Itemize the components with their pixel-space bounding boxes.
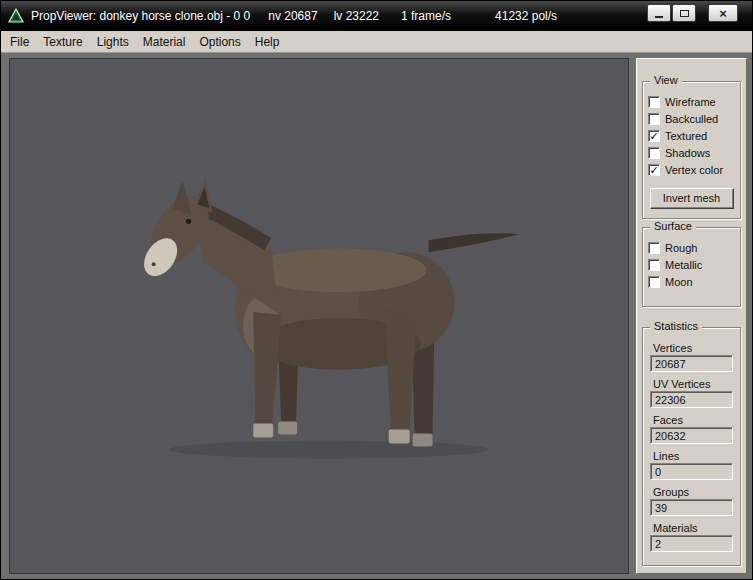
groups-label: Groups	[653, 486, 733, 498]
stat-uv-vertices: UV Vertices 22306	[650, 378, 733, 408]
window-title: PropViewer: donkey horse clone.obj - 0 0	[31, 9, 250, 23]
content-area: View Wireframe Backculled ✓ Textured Sha…	[1, 54, 752, 579]
statistics-group-title: Statistics	[650, 320, 702, 332]
menu-texture[interactable]: Texture	[36, 32, 89, 52]
stat-materials: Materials 2	[650, 522, 733, 552]
uv-vertices-label: UV Vertices	[653, 378, 733, 390]
checkbox-metallic[interactable]: Metallic	[648, 256, 735, 273]
title-stat-lv: lv 23222	[334, 9, 379, 23]
stat-vertices: Vertices 20687	[650, 342, 733, 372]
stat-groups: Groups 39	[650, 486, 733, 516]
stat-faces: Faces 20632	[650, 414, 733, 444]
shadows-label: Shadows	[665, 147, 710, 159]
vertex-color-label: Vertex color	[665, 164, 723, 176]
checkbox-wireframe[interactable]: Wireframe	[648, 93, 735, 110]
close-button[interactable]: ×	[708, 4, 738, 22]
close-icon: ×	[719, 6, 727, 21]
rough-label: Rough	[665, 242, 697, 254]
view-group: View Wireframe Backculled ✓ Textured Sha…	[642, 81, 741, 219]
materials-value: 2	[650, 535, 733, 552]
donkey-model	[10, 59, 628, 573]
lines-label: Lines	[653, 450, 733, 462]
lines-value: 0	[650, 463, 733, 480]
menu-options[interactable]: Options	[192, 32, 247, 52]
invert-mesh-button[interactable]: Invert mesh	[650, 188, 734, 209]
menu-file[interactable]: File	[3, 32, 36, 52]
maximize-icon	[680, 10, 689, 17]
textured-label: Textured	[665, 130, 707, 142]
backculled-label: Backculled	[665, 113, 718, 125]
checkbox-backculled[interactable]: Backculled	[648, 110, 735, 127]
side-panel: View Wireframe Backculled ✓ Textured Sha…	[636, 58, 747, 574]
uv-vertices-value: 22306	[650, 391, 733, 408]
surface-group-title: Surface	[650, 220, 696, 232]
menu-material[interactable]: Material	[136, 32, 193, 52]
shadows-checkbox-box[interactable]	[648, 147, 660, 159]
menu-help[interactable]: Help	[248, 32, 287, 52]
vertices-label: Vertices	[653, 342, 733, 354]
moon-label: Moon	[665, 276, 693, 288]
moon-checkbox-box[interactable]	[648, 276, 660, 288]
statistics-group: Statistics Vertices 20687 UV Vertices 22…	[642, 327, 741, 566]
textured-checkbox-box[interactable]: ✓	[648, 130, 660, 142]
view-group-title: View	[650, 74, 682, 86]
window-controls: ×	[647, 4, 738, 22]
maximize-button[interactable]	[672, 4, 696, 22]
rough-checkbox-box[interactable]	[648, 242, 660, 254]
checkbox-vertex-color[interactable]: ✓ Vertex color	[648, 161, 735, 178]
checkbox-moon[interactable]: Moon	[648, 273, 735, 290]
menu-bar: File Texture Lights Material Options Hel…	[1, 31, 752, 53]
model-viewport[interactable]	[9, 58, 629, 574]
menu-lights[interactable]: Lights	[90, 32, 136, 52]
surface-group: Surface Rough Metallic Moon	[642, 227, 741, 307]
groups-value: 39	[650, 499, 733, 516]
faces-value: 20632	[650, 427, 733, 444]
stat-lines: Lines 0	[650, 450, 733, 480]
wireframe-checkbox-box[interactable]	[648, 96, 660, 108]
title-stat-polrate: 41232 pol/s	[495, 9, 557, 23]
materials-label: Materials	[653, 522, 733, 534]
title-stat-framerate: 1 frame/s	[401, 9, 451, 23]
title-bar[interactable]: PropViewer: donkey horse clone.obj - 0 0…	[1, 1, 752, 31]
minimize-icon	[655, 16, 663, 18]
vertex-color-checkbox-box[interactable]: ✓	[648, 164, 660, 176]
checkbox-textured[interactable]: ✓ Textured	[648, 127, 735, 144]
vertices-value: 20687	[650, 355, 733, 372]
propviewer-window: PropViewer: donkey horse clone.obj - 0 0…	[0, 0, 753, 580]
backculled-checkbox-box[interactable]	[648, 113, 660, 125]
title-stat-nv: nv 20687	[268, 9, 317, 23]
metallic-label: Metallic	[665, 259, 702, 271]
minimize-button[interactable]	[647, 4, 671, 22]
app-icon	[7, 7, 25, 25]
metallic-checkbox-box[interactable]	[648, 259, 660, 271]
checkbox-rough[interactable]: Rough	[648, 239, 735, 256]
faces-label: Faces	[653, 414, 733, 426]
wireframe-label: Wireframe	[665, 96, 716, 108]
checkbox-shadows[interactable]: Shadows	[648, 144, 735, 161]
